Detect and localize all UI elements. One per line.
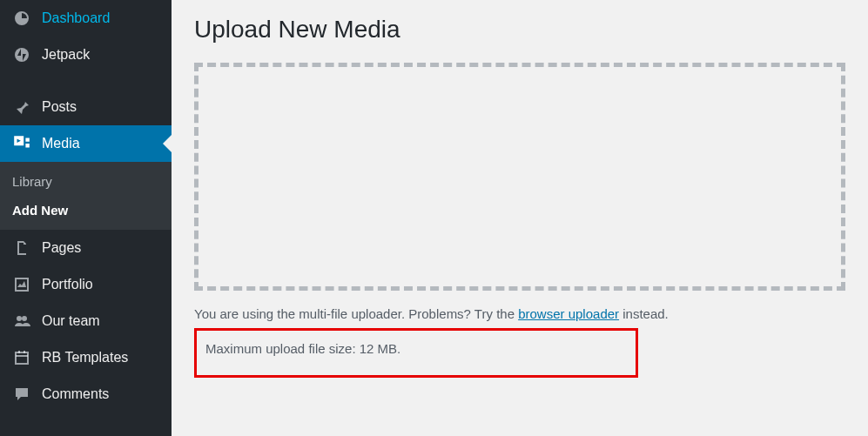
sidebar-item-label: Media [42, 136, 80, 151]
comments-icon [12, 385, 31, 404]
helper-suffix: instead. [619, 306, 669, 321]
sidebar-item-media[interactable]: Media [0, 125, 172, 162]
sidebar-item-label: RB Templates [42, 350, 128, 366]
sidebar-item-dashboard[interactable]: Dashboard [0, 0, 172, 37]
sidebar-item-pages[interactable]: Pages [0, 230, 172, 266]
sidebar-item-portfolio[interactable]: Portfolio [0, 266, 172, 303]
sidebar-separator [0, 73, 172, 89]
sidebar-item-label: Comments [42, 386, 109, 402]
submenu-item-library[interactable]: Library [0, 167, 172, 196]
upload-dropzone[interactable] [194, 63, 845, 291]
sidebar-item-ourteam[interactable]: Our team [0, 303, 172, 339]
pin-icon [12, 97, 31, 117]
svg-rect-4 [16, 352, 28, 364]
sidebar-item-rbtemplates[interactable]: RB Templates [0, 339, 172, 376]
uploader-helper-text: You are using the multi-file uploader. P… [194, 306, 845, 321]
admin-sidebar: Dashboard Jetpack Posts Media Library Ad… [0, 0, 172, 436]
svg-point-3 [22, 316, 27, 321]
jetpack-icon [12, 45, 31, 64]
sidebar-item-comments[interactable]: Comments [0, 376, 172, 413]
sidebar-item-label: Portfolio [42, 277, 93, 292]
max-size-highlight: Maximum upload file size: 12 MB. [194, 328, 638, 378]
svg-point-2 [17, 316, 22, 321]
portfolio-icon [12, 275, 31, 294]
sidebar-item-jetpack[interactable]: Jetpack [0, 37, 172, 73]
sidebar-item-label: Posts [42, 99, 77, 115]
browser-uploader-link[interactable]: browser uploader [518, 306, 619, 321]
team-icon [12, 312, 31, 331]
pages-icon [12, 238, 31, 258]
svg-point-0 [15, 48, 29, 62]
sidebar-item-label: Dashboard [42, 10, 110, 26]
sidebar-item-label: Jetpack [42, 47, 90, 63]
dashboard-icon [12, 9, 31, 28]
page-title: Upload New Media [194, 16, 845, 44]
submenu-item-addnew[interactable]: Add New [0, 196, 172, 225]
helper-prefix: You are using the multi-file uploader. P… [194, 306, 518, 321]
media-icon [12, 134, 31, 153]
svg-rect-1 [16, 278, 28, 291]
media-submenu: Library Add New [0, 162, 172, 230]
calendar-icon [12, 348, 31, 367]
max-upload-size-text: Maximum upload file size: 12 MB. [205, 341, 627, 356]
sidebar-item-label: Pages [42, 240, 81, 256]
main-content: Upload New Media You are using the multi… [172, 0, 868, 436]
sidebar-item-label: Our team [42, 313, 100, 329]
sidebar-item-posts[interactable]: Posts [0, 89, 172, 125]
